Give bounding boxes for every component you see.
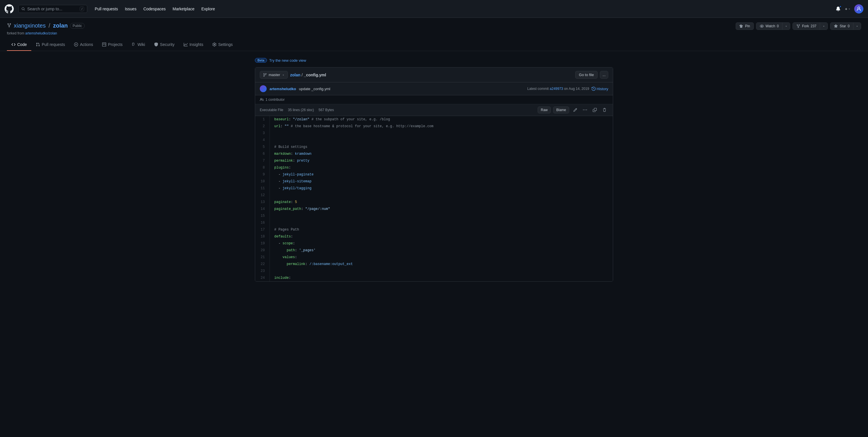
line-number[interactable]: 5 — [255, 144, 270, 151]
line-number[interactable]: 17 — [255, 226, 270, 233]
nav-explore[interactable]: Explore — [198, 5, 218, 13]
line-code — [270, 213, 613, 219]
forked-from-link[interactable]: artemsheludko/zolan — [25, 31, 57, 35]
watch-dropdown-button[interactable] — [782, 23, 790, 30]
table-row: 5 # Build settings — [255, 144, 613, 151]
breadcrumb-repo-link[interactable]: zolan — [290, 73, 301, 77]
tab-projects[interactable]: Projects — [98, 39, 127, 51]
table-row: 2 url: "" # the base hostname & protocol… — [255, 123, 613, 130]
table-row: 21 values: — [255, 254, 613, 261]
line-code: # Pages Path — [270, 226, 613, 233]
table-row: 19 - scope: — [255, 240, 613, 247]
fork-main-button[interactable]: Fork 237 — [793, 23, 820, 30]
delete-button[interactable] — [601, 107, 608, 113]
repo-tabs: Code Pull requests Actions Projects Wiki — [7, 39, 861, 51]
line-number[interactable]: 23 — [255, 268, 270, 275]
line-number[interactable]: 18 — [255, 233, 270, 240]
tab-code[interactable]: Code — [7, 39, 31, 51]
blame-button[interactable]: Blame — [553, 106, 569, 114]
line-code: defaults: — [270, 233, 613, 240]
star-dropdown-button[interactable] — [853, 23, 861, 30]
commit-author[interactable]: artemsheludko — [270, 87, 296, 91]
repo-fork-icon — [7, 23, 11, 29]
line-code: - jekyll-sitemap — [270, 178, 613, 185]
line-number[interactable]: 20 — [255, 247, 270, 254]
tab-actions[interactable]: Actions — [69, 39, 98, 51]
line-number[interactable]: 24 — [255, 275, 270, 281]
line-code — [270, 130, 613, 137]
star-main-button[interactable]: Star 0 — [830, 23, 853, 30]
file-size: 567 Bytes — [319, 108, 334, 112]
line-number[interactable]: 10 — [255, 178, 270, 185]
add-button[interactable]: + — [845, 7, 851, 11]
pin-button[interactable]: Pin — [736, 22, 754, 30]
line-number[interactable]: 4 — [255, 137, 270, 144]
commit-row: artemsheludko update _config.yml Latest … — [255, 83, 613, 95]
repo-owner[interactable]: xiangxinotes — [14, 22, 45, 29]
line-number[interactable]: 1 — [255, 116, 270, 123]
search-input[interactable] — [27, 7, 78, 11]
notifications-button[interactable] — [835, 5, 842, 12]
table-row: 14 paginate_path: "/page/:num" — [255, 206, 613, 213]
line-number[interactable]: 19 — [255, 240, 270, 247]
line-number[interactable]: 21 — [255, 254, 270, 261]
line-number[interactable]: 6 — [255, 151, 270, 157]
copy-button[interactable] — [591, 107, 598, 113]
star-count: 0 — [848, 24, 849, 28]
github-logo-icon[interactable] — [5, 4, 14, 13]
edit-button[interactable] — [571, 107, 579, 113]
avatar[interactable] — [854, 4, 863, 13]
go-to-file-button[interactable]: Go to file — [575, 71, 598, 79]
line-code — [270, 268, 613, 275]
trash-icon — [602, 108, 607, 112]
more-options-button[interactable]: ... — [600, 71, 608, 79]
line-number[interactable]: 7 — [255, 157, 270, 164]
header: / Pull requests Issues Codespaces Market… — [0, 0, 868, 18]
nav-pull-requests[interactable]: Pull requests — [92, 5, 121, 13]
repo-name[interactable]: zolan — [53, 22, 68, 29]
line-code: - jekyll-paginate — [270, 171, 613, 178]
line-number[interactable]: 3 — [255, 130, 270, 137]
fork-icon — [796, 24, 800, 28]
tab-pull-requests[interactable]: Pull requests — [31, 39, 69, 51]
beta-banner-link[interactable]: Try the new code view — [269, 58, 306, 63]
code-content: 1 baseurl: "/zolan" # the subpath of you… — [255, 116, 613, 281]
line-number[interactable]: 14 — [255, 206, 270, 213]
projects-icon — [102, 42, 106, 46]
line-number[interactable]: 8 — [255, 164, 270, 171]
file-info-bar: Executable File 35 lines (26 sloc) 567 B… — [255, 104, 613, 116]
star-button-group: Star 0 — [830, 22, 861, 30]
fork-dropdown-button[interactable] — [820, 23, 828, 30]
line-code — [270, 192, 613, 199]
line-number[interactable]: 16 — [255, 219, 270, 226]
line-number[interactable]: 12 — [255, 192, 270, 199]
star-label: Star — [840, 24, 846, 28]
line-code: paginate: 5 — [270, 199, 613, 206]
commit-message: update _config.yml — [299, 87, 330, 91]
search-box[interactable]: / — [19, 5, 87, 13]
nav-codespaces[interactable]: Codespaces — [141, 5, 168, 13]
line-number[interactable]: 22 — [255, 261, 270, 268]
watch-main-button[interactable]: Watch 0 — [756, 23, 782, 30]
line-number[interactable]: 13 — [255, 199, 270, 206]
line-number[interactable]: 2 — [255, 123, 270, 130]
line-number[interactable]: 11 — [255, 185, 270, 192]
repo-actions: Pin Watch 0 — [736, 22, 861, 30]
tab-settings[interactable]: Settings — [208, 39, 237, 51]
branch-selector[interactable]: master — [260, 71, 288, 79]
line-number[interactable]: 15 — [255, 213, 270, 219]
tab-wiki[interactable]: Wiki — [127, 39, 150, 51]
table-row: 16 — [255, 219, 613, 226]
nav-issues[interactable]: Issues — [122, 5, 139, 13]
file-container: master zolan / _config.yml Go to file ..… — [255, 67, 613, 282]
raw-button[interactable]: Raw — [538, 106, 551, 114]
tab-insights[interactable]: Insights — [179, 39, 208, 51]
commit-hash-link[interactable]: a249973 — [550, 87, 563, 91]
nav-marketplace[interactable]: Marketplace — [169, 5, 197, 13]
chevron-down-icon — [282, 73, 285, 76]
options-button[interactable] — [581, 107, 589, 113]
line-number[interactable]: 9 — [255, 171, 270, 178]
tab-security[interactable]: Security — [150, 39, 179, 51]
history-link[interactable]: History — [592, 87, 608, 91]
chevron-down-icon — [823, 25, 825, 28]
